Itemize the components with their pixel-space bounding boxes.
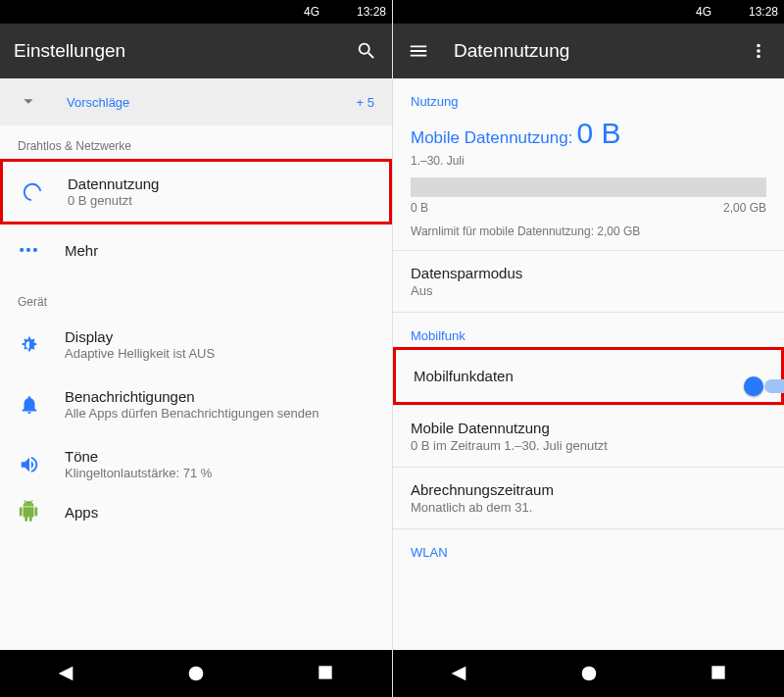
suggestions-label: Vorschläge	[67, 95, 129, 110]
item-title: Apps	[65, 504, 98, 521]
app-bar: Einstellungen	[0, 24, 392, 78]
usage-value: 0 B	[576, 117, 620, 150]
svg-point-2	[581, 667, 596, 681]
chevron-down-icon	[18, 90, 39, 115]
suggestions-count: + 5	[357, 95, 374, 110]
settings-item-notifications[interactable]: Benachrichtigungen Alle Apps dürfen Bena…	[0, 374, 392, 434]
settings-item-display[interactable]: Display Adaptive Helligkeit ist AUS	[0, 315, 392, 374]
battery-charging-icon	[733, 5, 743, 19]
signal-icon	[323, 5, 337, 19]
suggestions-row[interactable]: Vorschläge + 5	[0, 78, 392, 125]
nav-bar	[393, 650, 784, 697]
section-header-mobile: Mobilfunk	[393, 313, 784, 347]
item-title: Abrechnungszeitraum	[411, 481, 766, 498]
item-subtitle: 0 B im Zeitraum 1.–30. Juli genutzt	[411, 438, 766, 453]
section-header-device: Gerät	[0, 275, 392, 315]
cellular-data-row[interactable]: Mobilfunkdaten	[393, 347, 784, 405]
item-title: Töne	[65, 448, 212, 465]
item-title: Datensparmodus	[411, 265, 766, 281]
battery-charging-icon	[341, 5, 351, 19]
item-subtitle: Adaptive Helligkeit ist AUS	[65, 346, 215, 361]
item-title: Benachrichtigungen	[65, 388, 318, 405]
clock: 13:28	[357, 5, 386, 19]
nav-back-button[interactable]	[55, 663, 76, 684]
section-header-usage: Nutzung	[393, 78, 784, 113]
display-icon	[18, 333, 41, 357]
network-indicator: 4G	[304, 5, 319, 19]
item-title: Mobilfunkdaten	[414, 368, 763, 384]
mobile-usage-row[interactable]: Mobile Datennutzung 0 B im Zeitraum 1.–3…	[393, 406, 784, 467]
item-subtitle: Aus	[411, 283, 766, 298]
usage-bar	[411, 177, 766, 197]
data-usage-screen: 4G 13:28 Datennutzung Nutzung Mobile Dat…	[392, 0, 784, 697]
item-subtitle: 0 B genutzt	[68, 193, 159, 208]
item-title: Display	[65, 328, 215, 345]
item-subtitle: Klingeltonlautstärke: 71 %	[65, 466, 212, 480]
signal-icon	[715, 5, 729, 19]
item-title: Datennutzung	[68, 175, 159, 192]
item-title: Mobile Datennutzung	[411, 420, 766, 436]
menu-button[interactable]	[407, 39, 430, 63]
nav-recents-button[interactable]	[709, 663, 730, 684]
usage-bar-min: 0 B	[411, 201, 428, 215]
more-vert-icon	[748, 40, 769, 62]
item-title: Mehr	[65, 242, 98, 259]
search-icon	[356, 40, 377, 62]
billing-cycle-row[interactable]: Abrechnungszeitraum Monatlich ab dem 31.	[393, 468, 784, 528]
section-header-wireless: Drahtlos & Netzwerke	[0, 125, 392, 159]
usage-daterange: 1.–30. Juli	[393, 152, 784, 174]
more-icon: •••	[18, 238, 41, 262]
nav-home-button[interactable]	[578, 663, 600, 684]
svg-rect-1	[319, 666, 332, 678]
clock: 13:28	[749, 5, 778, 19]
status-bar: 4G 13:28	[0, 0, 392, 24]
svg-point-0	[189, 667, 204, 681]
usage-label: Mobile Datennutzung:	[411, 128, 572, 148]
search-button[interactable]	[355, 39, 378, 63]
nav-home-button[interactable]	[185, 663, 207, 684]
nav-recents-button[interactable]	[316, 663, 337, 684]
volume-icon	[18, 453, 41, 476]
network-indicator: 4G	[696, 5, 711, 19]
usage-summary: Mobile Datennutzung: 0 B	[393, 113, 784, 152]
settings-item-sound[interactable]: Töne Klingeltonlautstärke: 71 %	[0, 434, 392, 494]
data-usage-icon	[21, 180, 44, 204]
nav-back-button[interactable]	[448, 663, 469, 684]
page-title: Einstellungen	[14, 40, 125, 62]
bell-icon	[18, 393, 41, 417]
overflow-button[interactable]	[747, 39, 770, 63]
status-bar: 4G 13:28	[393, 0, 784, 24]
item-subtitle: Monatlich ab dem 31.	[411, 500, 766, 515]
section-header-wlan: WLAN	[393, 529, 784, 564]
data-saver-row[interactable]: Datensparmodus Aus	[393, 251, 784, 312]
svg-rect-3	[711, 666, 724, 678]
usage-warn: Warnlimit für mobile Datennutzung: 2,00 …	[393, 221, 784, 250]
nav-bar	[0, 650, 392, 697]
settings-screen: 4G 13:28 Einstellungen Vorschläge + 5 Dr…	[0, 0, 392, 697]
settings-item-apps[interactable]: Apps	[0, 494, 392, 523]
hamburger-icon	[408, 40, 429, 62]
settings-item-data-usage[interactable]: Datennutzung 0 B genutzt	[0, 159, 392, 224]
settings-item-more[interactable]: ••• Mehr	[0, 224, 392, 275]
page-title: Datennutzung	[454, 40, 569, 62]
usage-bar-max: 2,00 GB	[723, 201, 766, 215]
item-subtitle: Alle Apps dürfen Benachrichtigungen send…	[65, 406, 318, 421]
app-bar: Datennutzung	[393, 24, 784, 78]
android-icon	[18, 500, 41, 523]
